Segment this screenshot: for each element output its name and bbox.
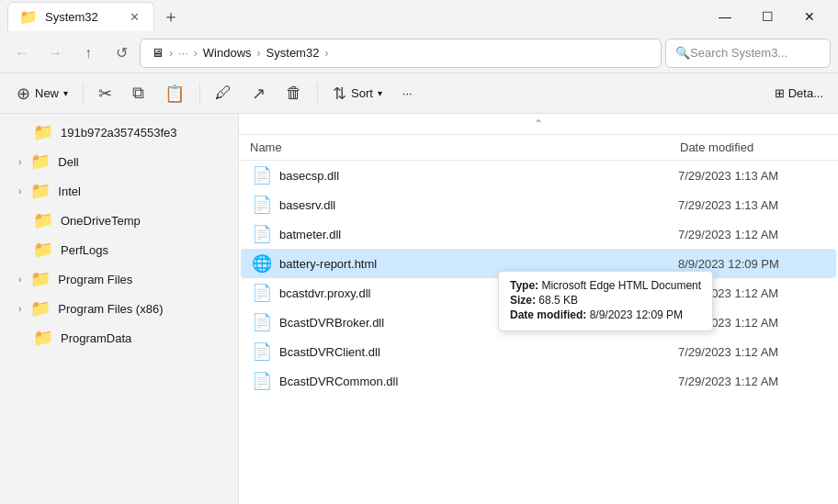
file-name: BcastDVRBroker.dll [279, 316, 671, 330]
computer-icon: 🖥 [152, 46, 164, 60]
address-system32: System32 [266, 46, 320, 60]
search-placeholder: Search System3... [690, 46, 787, 60]
folder-icon: 📁 [33, 122, 53, 142]
more-icon: ··· [402, 86, 413, 100]
dll-file-icon: 📄 [252, 283, 272, 303]
sidebar: 📁191b972a3574553fe3›📁Dell›📁Intel📁OneDriv… [0, 114, 239, 504]
file-row[interactable]: 📄basecsp.dll7/29/2023 1:13 AM [241, 161, 836, 190]
folder-icon: 📁 [30, 298, 51, 319]
file-name: BcastDVRClient.dll [279, 345, 671, 359]
folder-icon: 📁 [33, 240, 53, 260]
file-date: 7/29/2023 1:12 AM [678, 345, 825, 359]
share-icon: ↗ [252, 84, 266, 104]
folder-icon: 📁 [30, 151, 51, 172]
folder-icon: 📁 [30, 269, 51, 289]
file-name: batmeter.dll [279, 228, 671, 241]
tab-folder-icon: 📁 [19, 8, 38, 26]
tab-area: 📁 System32 ✕ ＋ [7, 2, 704, 31]
new-chevron-icon: ▾ [63, 88, 68, 98]
search-bar[interactable]: 🔍 Search System3... [665, 39, 831, 68]
copy-button[interactable]: ⧉ [123, 78, 153, 109]
file-date: 7/29/2023 1:12 AM [678, 286, 825, 300]
delete-button[interactable]: 🗑 [277, 78, 311, 109]
sidebar-item-label: Program Files [58, 273, 132, 286]
tab-label: System32 [45, 10, 98, 24]
file-row[interactable]: 📄basesrv.dll7/29/2023 1:13 AM [241, 190, 836, 219]
separator-2 [199, 83, 200, 105]
dll-file-icon: 📄 [252, 165, 272, 185]
paste-button[interactable]: 📋 [155, 78, 194, 109]
sidebar-item-191b972a[interactable]: 📁191b972a3574553fe3 [4, 118, 234, 147]
details-icon: ⊞ [775, 86, 785, 100]
active-tab[interactable]: 📁 System32 ✕ [7, 2, 154, 31]
more-options-button[interactable]: ··· [393, 78, 422, 109]
maximize-button[interactable]: ☐ [746, 0, 788, 33]
cut-button[interactable]: ✂ [89, 78, 121, 109]
file-row[interactable]: 📄BcastDVRCommon.dll7/29/2023 1:12 AM [241, 366, 836, 396]
new-button[interactable]: ⊕ New ▾ [7, 78, 77, 109]
new-tab-button[interactable]: ＋ [158, 4, 184, 29]
tab-close-button[interactable]: ✕ [126, 9, 142, 26]
file-date: 7/29/2023 1:13 AM [678, 169, 825, 183]
file-row[interactable]: 🌐battery-report.html8/9/2023 12:09 PM Ty… [241, 249, 836, 278]
file-date: 7/29/2023 1:12 AM [678, 316, 825, 330]
folder-icon: 📁 [33, 210, 53, 230]
minimize-button[interactable]: — [704, 0, 746, 33]
new-icon: ⊕ [17, 84, 30, 104]
col-date-header: Date modified [680, 140, 827, 154]
sort-label: Sort [351, 86, 373, 100]
sidebar-item-dell[interactable]: ›📁Dell [4, 147, 234, 176]
file-date: 7/29/2023 1:12 AM [678, 228, 825, 241]
expand-arrow-icon: › [18, 274, 21, 285]
details-label: Deta... [788, 86, 823, 100]
sort-button[interactable]: ⇅ Sort ▾ [323, 78, 391, 109]
sidebar-item-perflogs[interactable]: 📁PerfLogs [4, 235, 234, 264]
file-row[interactable]: 📄BcastDVRClient.dll7/29/2023 1:12 AM [241, 337, 836, 366]
file-list: ⌃ Name Date modified 📄basecsp.dll7/29/20… [239, 114, 838, 504]
delete-icon: 🗑 [286, 84, 302, 103]
filelist-header: Name Date modified [239, 135, 838, 161]
separator-3 [317, 83, 318, 105]
col-name-header: Name [250, 140, 680, 154]
details-view-button[interactable]: ⊞ Deta... [767, 78, 831, 109]
new-label: New [35, 86, 59, 100]
expand-arrow-icon: › [18, 157, 21, 167]
address-bar[interactable]: 🖥 › ··· › Windows › System32 › [140, 39, 662, 68]
toolbar: ⊕ New ▾ ✂ ⧉ 📋 🖊 ↗ 🗑 ⇅ Sort ▾ ··· ⊞ Deta.… [0, 73, 838, 114]
forward-button[interactable]: → [40, 39, 70, 68]
share-button[interactable]: ↗ [243, 78, 275, 109]
file-date: 8/9/2023 12:09 PM [678, 257, 825, 271]
sidebar-item-intel[interactable]: ›📁Intel [4, 176, 234, 206]
sidebar-item-label: Intel [58, 185, 81, 198]
sidebar-item-label: ProgramData [61, 331, 131, 345]
sidebar-item-label: OneDriveTemp [61, 214, 141, 228]
folder-icon: 📁 [30, 181, 51, 201]
address-windows: Windows [203, 46, 252, 60]
file-row[interactable]: 📄batmeter.dll7/29/2023 1:12 AM [241, 219, 836, 249]
sidebar-item-program-files[interactable]: ›📁Program Files [4, 264, 234, 294]
up-button[interactable]: ↑ [74, 39, 103, 68]
back-button[interactable]: ← [7, 39, 37, 68]
refresh-button[interactable]: ↺ [107, 39, 136, 68]
titlebar: 📁 System32 ✕ ＋ — ☐ ✕ [0, 0, 838, 33]
dll-file-icon: 📄 [252, 312, 272, 332]
sidebar-item-programdata[interactable]: 📁ProgramData [4, 323, 234, 353]
copy-icon: ⧉ [132, 84, 144, 103]
rename-button[interactable]: 🖊 [206, 78, 241, 109]
dll-file-icon: 📄 [252, 342, 272, 362]
address-ellipsis[interactable]: ··· [178, 46, 188, 60]
file-row[interactable]: 📄bcastdvr.proxy.dll7/29/2023 1:12 AM [241, 278, 836, 308]
scroll-up-indicator: ⌃ [239, 114, 838, 135]
file-row[interactable]: 📄BcastDVRBroker.dll7/29/2023 1:12 AM [241, 308, 836, 337]
file-name: basecsp.dll [279, 169, 671, 183]
sidebar-item-program-files-x86[interactable]: ›📁Program Files (x86) [4, 294, 234, 323]
window-controls: — ☐ ✕ [704, 0, 831, 33]
sidebar-item-label: PerfLogs [61, 243, 108, 257]
paste-icon: 📋 [164, 84, 185, 104]
sidebar-item-onedrivetemp[interactable]: 📁OneDriveTemp [4, 206, 234, 235]
file-date: 7/29/2023 1:13 AM [678, 198, 825, 212]
close-button[interactable]: ✕ [788, 0, 831, 33]
search-icon: 🔍 [675, 46, 690, 60]
sort-chevron-icon: ▾ [378, 88, 382, 98]
dll-file-icon: 📄 [252, 195, 272, 215]
